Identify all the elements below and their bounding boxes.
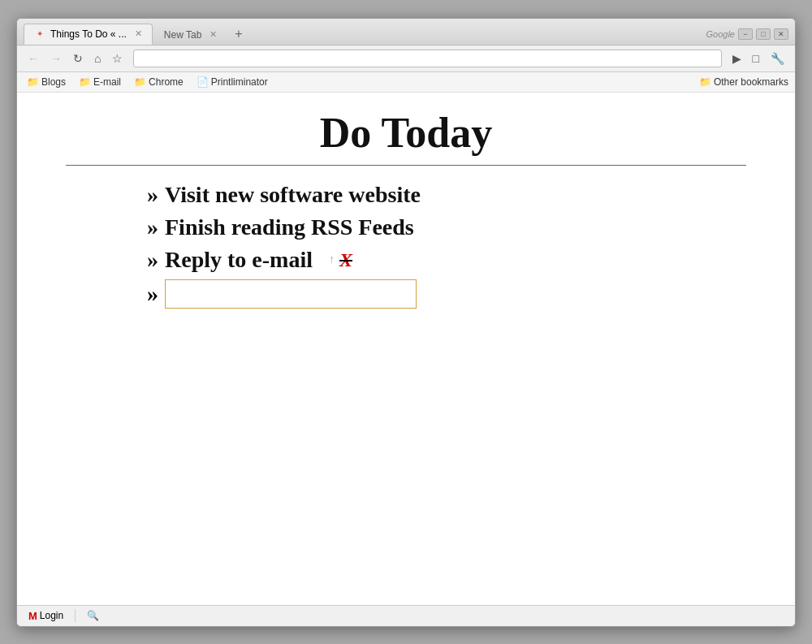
todo-text-1: Visit new software website: [165, 182, 421, 208]
page-content: Do Today » Visit new software website » …: [17, 93, 795, 605]
page-button[interactable]: □: [749, 50, 763, 67]
new-tab-button[interactable]: +: [228, 24, 248, 45]
page-title: Do Today: [33, 109, 779, 157]
minimize-button[interactable]: −: [738, 28, 753, 40]
page-icon-printliminator: 📄: [197, 76, 209, 88]
bookmark-label-printliminator: Printliminator: [211, 76, 268, 88]
move-up-icon[interactable]: ↑: [329, 253, 335, 266]
folder-icon-email: 📁: [79, 76, 91, 88]
other-bookmarks-icon: 📁: [699, 76, 711, 88]
tab-new-tab[interactable]: New Tab ✕: [154, 25, 227, 45]
close-button[interactable]: ✕: [774, 28, 788, 40]
bookmarks-bar: 📁 Blogs 📁 E-mail 📁 Chrome 📄 Printliminat…: [17, 72, 795, 93]
bullet-2: »: [147, 214, 158, 240]
reload-button[interactable]: ↻: [69, 50, 87, 67]
home-button[interactable]: ⌂: [90, 50, 105, 67]
tab-close-things-to-do[interactable]: ✕: [135, 28, 142, 39]
wrench-button[interactable]: 🔧: [767, 50, 788, 67]
todo-new-item-input[interactable]: [165, 279, 417, 309]
title-divider: [66, 165, 746, 166]
google-label: Google: [706, 29, 735, 39]
bookmark-email[interactable]: 📁 E-mail: [76, 75, 124, 89]
bookmark-chrome[interactable]: 📁 Chrome: [131, 75, 187, 89]
gmail-login-button[interactable]: M Login: [24, 608, 68, 624]
bookmark-label-blogs: Blogs: [41, 76, 66, 88]
nav-right-controls: ▶ □ 🔧: [728, 50, 788, 67]
search-icon: 🔍: [87, 610, 99, 621]
bullet-1: »: [147, 182, 158, 208]
login-label: Login: [40, 610, 63, 621]
status-divider: [75, 609, 76, 622]
title-bar: ✦ Things To Do « ... ✕ New Tab ✕ + Googl…: [17, 19, 795, 45]
delete-icon[interactable]: X: [339, 250, 352, 270]
address-bar[interactable]: [133, 50, 721, 67]
tab-close-new-tab[interactable]: ✕: [209, 29, 217, 40]
forward-button[interactable]: →: [46, 50, 66, 67]
item-actions-3: ↑ X: [329, 250, 352, 270]
nav-bar: ← → ↻ ⌂ ☆ ▶ □ 🔧: [17, 45, 795, 72]
bookmark-label-email: E-mail: [93, 76, 121, 88]
bookmark-printliminator[interactable]: 📄 Printliminator: [193, 75, 271, 89]
bullet-3: »: [147, 247, 158, 273]
search-status-button[interactable]: 🔍: [82, 608, 104, 623]
tab-label-things-to-do: Things To Do « ...: [50, 28, 127, 40]
tab-things-to-do[interactable]: ✦ Things To Do « ... ✕: [24, 24, 153, 45]
bookmark-label-chrome: Chrome: [149, 76, 184, 88]
folder-icon-blogs: 📁: [27, 76, 39, 88]
bookmark-blogs[interactable]: 📁 Blogs: [24, 75, 69, 89]
todo-list: » Visit new software website » Finish re…: [147, 182, 779, 273]
list-item: » Reply to e-mail ↑ X: [147, 247, 779, 273]
tab-label-new-tab: New Tab: [164, 29, 201, 41]
status-bar: M Login 🔍: [17, 605, 795, 626]
list-item: » Visit new software website: [147, 182, 779, 208]
folder-icon-chrome: 📁: [134, 76, 146, 88]
list-item: » Finish reading RSS Feeds: [147, 214, 779, 240]
title-bar-controls: Google − □ ✕: [706, 28, 788, 45]
gmail-icon: M: [28, 610, 37, 622]
todo-text-2: Finish reading RSS Feeds: [165, 214, 414, 240]
todo-text-3: Reply to e-mail: [165, 247, 313, 273]
other-bookmarks[interactable]: 📁 Other bookmarks: [699, 76, 788, 88]
input-bullet: »: [147, 281, 158, 307]
other-bookmarks-label: Other bookmarks: [714, 76, 788, 88]
address-bar-container: [133, 50, 721, 67]
star-button[interactable]: ☆: [108, 50, 127, 67]
maximize-button[interactable]: □: [756, 28, 771, 40]
browser-window: ✦ Things To Do « ... ✕ New Tab ✕ + Googl…: [16, 18, 796, 627]
play-button[interactable]: ▶: [728, 50, 745, 67]
tab-favicon-things-to-do: ✦: [34, 28, 45, 40]
back-button[interactable]: ←: [24, 50, 43, 67]
todo-input-row: »: [147, 279, 779, 309]
